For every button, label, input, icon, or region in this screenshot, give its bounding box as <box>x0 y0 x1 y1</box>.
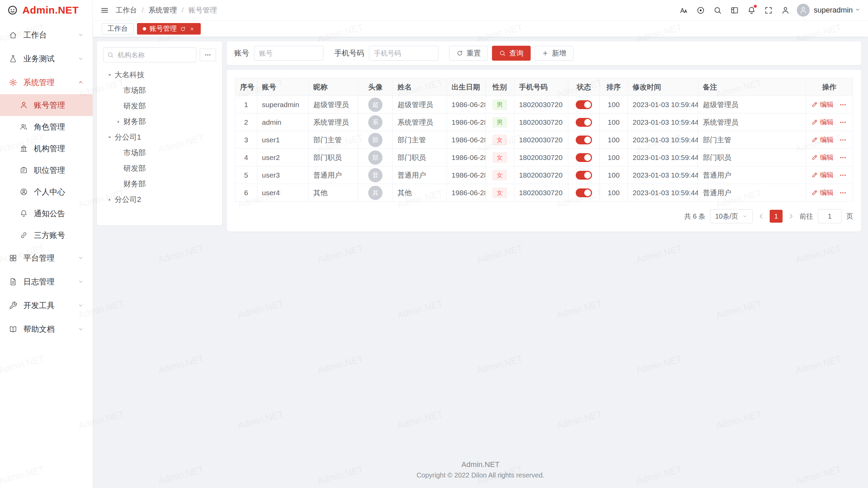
tab-close-icon[interactable] <box>189 25 195 33</box>
search-button[interactable] <box>710 3 725 18</box>
cell-sort: 100 <box>608 136 619 144</box>
edit-icon <box>811 189 818 196</box>
reset-button[interactable]: 重置 <box>449 46 488 61</box>
next-page-button[interactable] <box>787 212 795 220</box>
tree-more-button[interactable] <box>200 48 216 61</box>
tree-node[interactable]: 分公司2 <box>103 192 216 207</box>
footer-copyright: Copyright © 2022 Dilon All rights reserv… <box>93 471 868 479</box>
layout-icon <box>730 6 739 15</box>
notification-button[interactable] <box>744 3 759 18</box>
tree-caret <box>113 102 123 110</box>
column-header-index: 序号 <box>235 78 257 96</box>
sidebar-item-log-management[interactable]: 日志管理 <box>0 270 93 293</box>
user-avatar[interactable] <box>797 4 810 17</box>
font-size-button[interactable] <box>676 3 691 18</box>
column-header-birth: 出生日期 <box>447 78 485 96</box>
add-button[interactable]: 新增 <box>535 46 573 61</box>
breadcrumb-item[interactable]: 系统管理 <box>149 5 177 15</box>
sidebar-item-role-management[interactable]: 角色管理 <box>0 116 93 138</box>
tree-caret[interactable] <box>113 118 123 125</box>
edit-button[interactable]: 编辑 <box>811 170 833 180</box>
username[interactable]: superadmin <box>814 6 853 15</box>
account-button[interactable] <box>778 3 793 18</box>
status-toggle[interactable] <box>576 171 592 180</box>
status-toggle[interactable] <box>576 118 592 127</box>
status-toggle[interactable] <box>576 188 592 197</box>
sidebar-item-platform-management[interactable]: 平台管理 <box>0 246 93 270</box>
tree-caret[interactable] <box>104 196 115 203</box>
sidebar-item-third-party-account[interactable]: 三方账号 <box>0 224 93 246</box>
org-tree: 大名科技市场部研发部财务部分公司1市场部研发部财务部分公司2 <box>103 67 216 207</box>
tree-node[interactable]: 财务部 <box>103 176 216 192</box>
tree-node[interactable]: 财务部 <box>103 114 216 129</box>
search-button[interactable]: 查询 <box>492 46 531 61</box>
tree-node[interactable]: 分公司1 <box>103 129 216 145</box>
row-more-button[interactable] <box>839 189 847 197</box>
tree-node[interactable]: 市场部 <box>103 83 216 98</box>
sidebar-menu: 工作台业务测试系统管理账号管理角色管理机构管理职位管理个人中心通知公告三方账号平… <box>0 20 93 488</box>
phone-filter-input[interactable] <box>369 46 438 61</box>
sidebar-item-personal-center[interactable]: 个人中心 <box>0 181 93 203</box>
sidebar-item-business-test[interactable]: 业务测试 <box>0 47 93 70</box>
pagination: 共 6 条 10条/页 1 前往 页 <box>235 209 853 223</box>
sidebar-item-help-docs[interactable]: 帮助文档 <box>0 317 93 341</box>
layout-button[interactable] <box>727 3 742 18</box>
theme-button[interactable] <box>693 3 708 18</box>
account-filter-input[interactable] <box>254 46 323 61</box>
current-page-button[interactable]: 1 <box>770 210 783 223</box>
sidebar-item-workbench[interactable]: 工作台 <box>0 23 93 47</box>
goto-label: 前往 <box>800 212 813 221</box>
row-more-button[interactable] <box>839 118 847 126</box>
status-toggle[interactable] <box>576 136 592 144</box>
tree-caret <box>113 87 123 94</box>
status-toggle[interactable] <box>576 100 592 109</box>
edit-button[interactable]: 编辑 <box>811 100 833 109</box>
tree-caret[interactable] <box>104 134 115 141</box>
edit-button[interactable]: 编辑 <box>811 118 833 127</box>
table-header-row: 序号账号昵称头像姓名出生日期性别手机号码状态排序修改时间备注操作 <box>235 78 853 96</box>
org-icon <box>20 144 28 152</box>
menu-collapse-button[interactable] <box>100 3 109 18</box>
org-search-input[interactable] <box>103 47 196 62</box>
status-toggle[interactable] <box>576 153 592 162</box>
prev-page-button[interactable] <box>757 212 765 220</box>
sidebar-item-notice-announcement[interactable]: 通知公告 <box>0 203 93 224</box>
tree-node[interactable]: 大名科技 <box>103 67 216 83</box>
tab-workbench[interactable]: 工作台 <box>102 23 134 35</box>
row-more-button[interactable] <box>839 154 847 162</box>
sidebar-item-account-management[interactable]: 账号管理 <box>0 94 93 116</box>
edit-button[interactable]: 编辑 <box>811 188 833 197</box>
sidebar-item-position-management[interactable]: 职位管理 <box>0 159 93 181</box>
tab-refresh-icon[interactable] <box>180 25 186 33</box>
cell-birth: 1986-06-28 <box>452 136 486 144</box>
tab-account-management[interactable]: 账号管理 <box>137 23 201 35</box>
breadcrumb-item[interactable]: 账号管理 <box>189 5 217 15</box>
tree-node[interactable]: 研发部 <box>103 98 216 114</box>
edit-button[interactable]: 编辑 <box>811 135 833 144</box>
column-header-account: 账号 <box>257 78 308 96</box>
row-more-button[interactable] <box>839 171 847 179</box>
tree-node[interactable]: 研发部 <box>103 161 216 176</box>
fullscreen-button[interactable] <box>761 3 776 18</box>
cell-nickname: 部门主管 <box>313 136 342 144</box>
cell-phone: 18020030720 <box>519 118 563 126</box>
breadcrumb-item[interactable]: 工作台 <box>116 5 137 15</box>
tree-caret[interactable] <box>104 71 115 79</box>
goto-page-input[interactable] <box>818 209 842 223</box>
page-size-select[interactable]: 10条/页 <box>710 209 753 223</box>
row-avatar: 其 <box>368 186 382 200</box>
row-more-button[interactable] <box>839 101 847 109</box>
user-menu-caret[interactable] <box>855 6 861 15</box>
sidebar-item-org-management[interactable]: 机构管理 <box>0 138 93 159</box>
cell-account: user4 <box>262 189 280 197</box>
sidebar-item-system-management[interactable]: 系统管理 <box>0 70 93 94</box>
sidebar-item-dev-tools[interactable]: 开发工具 <box>0 293 93 317</box>
app-logo[interactable]: Admin.NET <box>0 0 93 20</box>
gender-badge: 男 <box>493 117 507 127</box>
sidebar-item-label: 三方账号 <box>34 230 65 241</box>
table-row: 6user4其他其其他1986-06-28女180200307201002023… <box>235 184 853 202</box>
tree-node[interactable]: 市场部 <box>103 145 216 161</box>
row-more-button[interactable] <box>839 136 847 144</box>
sidebar-item-label: 业务测试 <box>23 54 55 64</box>
edit-button[interactable]: 编辑 <box>811 153 833 162</box>
